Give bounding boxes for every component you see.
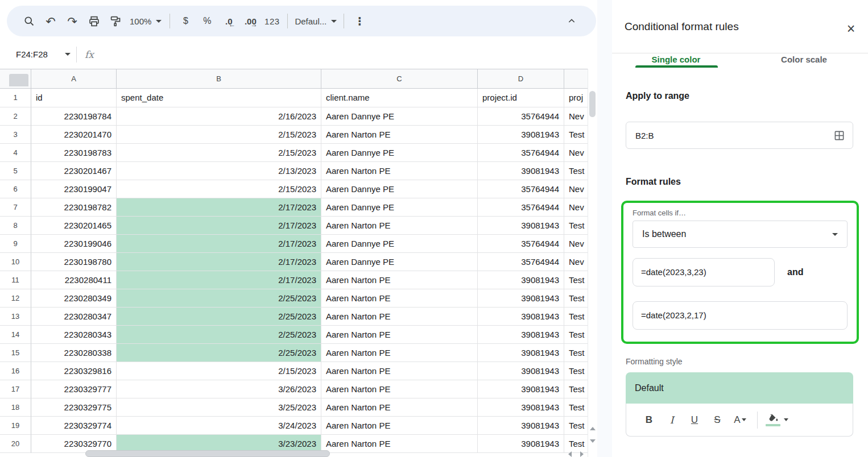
cell-client-name[interactable]: Aaren Dannye PE <box>321 198 478 217</box>
cell-project-id[interactable]: 39081943 <box>478 289 564 308</box>
cell-id[interactable]: 2230201470 <box>31 126 117 144</box>
row-header[interactable]: 18 <box>0 398 31 417</box>
cell-id[interactable]: 2230280338 <box>31 344 117 362</box>
cell-project-id[interactable]: 39081943 <box>478 217 564 235</box>
redo-icon[interactable]: ↷ <box>61 10 83 32</box>
print-icon[interactable] <box>83 10 105 32</box>
cell-spent-date[interactable]: 2/17/2023 <box>117 253 321 271</box>
cell-spent-date[interactable]: 2/15/2023 <box>117 180 321 198</box>
column-header-c[interactable]: C <box>321 69 478 89</box>
row-header[interactable]: 12 <box>0 289 31 308</box>
cell-spent-date[interactable]: 3/25/2023 <box>117 398 321 417</box>
fill-color-button[interactable] <box>766 413 780 426</box>
cell-project-id[interactable]: 35764944 <box>478 235 564 253</box>
cell-id[interactable]: 2230280347 <box>31 308 117 326</box>
more-options-icon[interactable]: ⋮ <box>349 10 370 32</box>
row-header[interactable]: 20 <box>0 435 31 453</box>
cell-project-id[interactable]: 39081943 <box>478 380 564 398</box>
cell-id[interactable]: 2230199046 <box>31 235 117 253</box>
cell-id[interactable]: 2230198784 <box>31 107 117 126</box>
currency-format-button[interactable]: $ <box>175 10 196 32</box>
cell-client-name[interactable]: Aaren Narton PE <box>321 417 478 435</box>
cell-id[interactable]: 2230280349 <box>31 289 117 308</box>
underline-button[interactable]: U <box>683 409 706 431</box>
row-header[interactable]: 10 <box>0 253 31 271</box>
row-header[interactable]: 15 <box>0 344 31 362</box>
cell-project-id[interactable]: 39081943 <box>478 398 564 417</box>
bold-button[interactable]: B <box>638 409 660 431</box>
cell-id[interactable]: 2230329774 <box>31 417 117 435</box>
cell-client-name[interactable]: Aaren Narton PE <box>321 271 478 289</box>
horizontal-scrollbar-thumb[interactable] <box>85 450 330 457</box>
row-header[interactable]: 9 <box>0 235 31 253</box>
cell-id[interactable]: 2230329777 <box>31 380 117 398</box>
column-header-d[interactable]: D <box>478 69 564 89</box>
cell-spent-date[interactable]: 2/25/2023 <box>117 308 321 326</box>
tab-color-scale[interactable]: Color scale <box>740 53 868 69</box>
scroll-down-icon[interactable] <box>589 438 596 445</box>
scroll-right-icon[interactable] <box>578 451 586 457</box>
cell-client-name[interactable]: Aaren Narton PE <box>321 162 478 180</box>
cell-id[interactable]: id <box>31 89 117 107</box>
cell-id[interactable]: 2230201465 <box>31 217 117 235</box>
search-icon[interactable] <box>18 10 40 32</box>
cell-spent-date[interactable]: 2/17/2023 <box>117 198 321 217</box>
row-header[interactable]: 17 <box>0 380 31 398</box>
text-color-button[interactable]: A <box>729 409 751 431</box>
row-header[interactable]: 3 <box>0 126 31 144</box>
row-header[interactable]: 5 <box>0 162 31 180</box>
cell-client-name[interactable]: Aaren Narton PE <box>321 289 478 308</box>
scroll-up-icon[interactable] <box>589 425 596 433</box>
cell-client-name[interactable]: Aaren Dannye PE <box>321 107 478 126</box>
row-header[interactable]: 13 <box>0 308 31 326</box>
cell-spent-date[interactable]: 2/17/2023 <box>117 217 321 235</box>
row-header[interactable]: 19 <box>0 417 31 435</box>
cell-id[interactable]: 2230280343 <box>31 326 117 344</box>
font-selector[interactable]: Defaul... <box>292 10 339 32</box>
cell-client-name[interactable]: client.name <box>321 89 478 107</box>
cell-project-id[interactable]: 39081943 <box>478 271 564 289</box>
cell-client-name[interactable]: Aaren Dannye PE <box>321 253 478 271</box>
cell-id[interactable]: 2230329775 <box>31 398 117 417</box>
min-value-input[interactable]: =date(2023,3,23) <box>633 258 775 286</box>
paint-format-icon[interactable] <box>105 10 126 32</box>
close-icon[interactable]: × <box>842 19 860 38</box>
cell-client-name[interactable]: Aaren Narton PE <box>321 217 478 235</box>
cell-project-id[interactable]: 39081943 <box>478 344 564 362</box>
row-header[interactable]: 2 <box>0 107 31 126</box>
cell-project-id[interactable]: 35764944 <box>478 253 564 271</box>
condition-select[interactable]: Is between <box>633 221 848 248</box>
italic-button[interactable]: I <box>660 409 683 431</box>
increase-decimal-button[interactable]: .00→ <box>239 10 261 32</box>
row-header[interactable]: 4 <box>0 144 31 162</box>
cell-client-name[interactable]: Aaren Narton PE <box>321 308 478 326</box>
cell-client-name[interactable]: Aaren Narton PE <box>321 326 478 344</box>
decrease-decimal-button[interactable]: .0← <box>218 10 239 32</box>
cell-spent-date[interactable]: 2/25/2023 <box>117 344 321 362</box>
vertical-scrollbar-track[interactable] <box>588 69 597 457</box>
cell-id[interactable]: 2230280411 <box>31 271 117 289</box>
cell-project-id[interactable]: 39081943 <box>478 126 564 144</box>
cell-id[interactable]: 2230198780 <box>31 253 117 271</box>
cell-spent-date[interactable]: 2/13/2023 <box>117 162 321 180</box>
column-header-a[interactable]: A <box>31 69 117 89</box>
cell-spent-date[interactable]: spent_date <box>117 89 321 107</box>
max-value-input[interactable]: =date(2023,2,17) <box>633 301 848 330</box>
cell-spent-date[interactable]: 2/16/2023 <box>117 107 321 126</box>
strikethrough-button[interactable]: S <box>706 409 729 431</box>
cell-id[interactable]: 2230199047 <box>31 180 117 198</box>
cell-id[interactable]: 2230329816 <box>31 362 117 380</box>
cell-project-id[interactable]: 39081943 <box>478 435 564 453</box>
cell-spent-date[interactable]: 2/25/2023 <box>117 326 321 344</box>
undo-icon[interactable]: ↶ <box>40 10 61 32</box>
cell-id[interactable]: 2230201467 <box>31 162 117 180</box>
cell-project-id[interactable]: 35764944 <box>478 180 564 198</box>
zoom-control[interactable]: 100% <box>126 10 165 32</box>
cell-client-name[interactable]: Aaren Dannye PE <box>321 235 478 253</box>
cell-project-id[interactable]: project.id <box>478 89 564 107</box>
cell-id[interactable]: 2230198782 <box>31 198 117 217</box>
row-header[interactable]: 8 <box>0 217 31 235</box>
more-formats-button[interactable]: 123 <box>261 10 283 32</box>
collapse-toolbar-icon[interactable] <box>561 10 582 32</box>
row-header[interactable]: 11 <box>0 271 31 289</box>
